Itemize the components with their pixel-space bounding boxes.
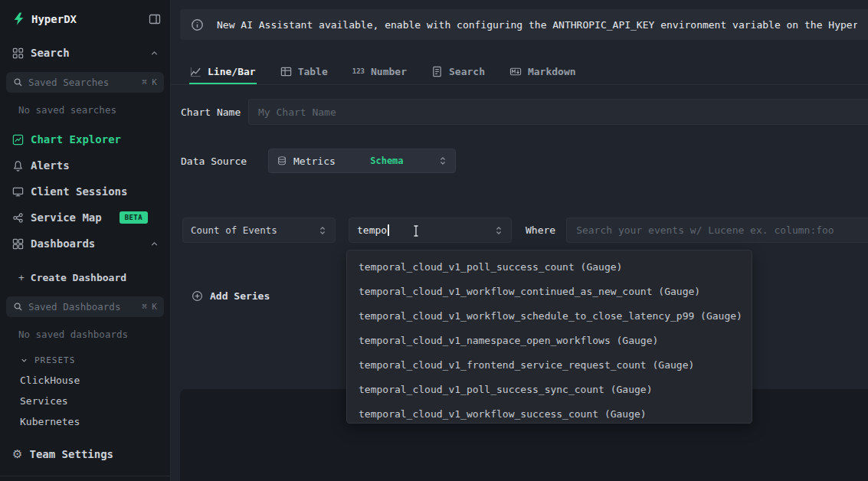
- sidebar: HyperDX Search ⌘ K No saved searches Cha…: [0, 0, 171, 481]
- preset-clickhouse[interactable]: ClickHouse: [20, 375, 170, 386]
- tab-table[interactable]: Table: [280, 60, 329, 84]
- tab-label: Search: [449, 66, 485, 77]
- tab-label: Number: [371, 66, 407, 77]
- saved-searches-box[interactable]: ⌘ K: [6, 72, 164, 93]
- collapse-sidebar-icon[interactable]: [149, 13, 161, 25]
- chevron-up-icon[interactable]: [149, 48, 159, 58]
- select-chevrons-icon: [318, 225, 327, 236]
- chart-name-label: Chart Name: [181, 106, 248, 118]
- sidebar-item-label: Chart Explorer: [31, 133, 121, 146]
- search-section-label: Search: [31, 47, 70, 59]
- sidebar-item-team-settings[interactable]: ⚙ Team Settings: [0, 447, 170, 461]
- database-icon: [277, 155, 287, 166]
- bell-icon: [12, 160, 24, 172]
- tab-line-bar[interactable]: Line/Bar: [189, 60, 257, 84]
- dropdown-option[interactable]: temporal_cloud_v1_workflow_schedule_to_c…: [347, 303, 752, 328]
- tab-label: Table: [298, 66, 328, 77]
- preset-services[interactable]: Services: [20, 395, 170, 407]
- ai-assistant-banner: New AI Assistant available, enable with …: [180, 9, 868, 40]
- text-caret: [388, 224, 389, 236]
- no-saved-searches-text: No saved searches: [18, 104, 170, 116]
- document-lines-icon: [431, 66, 443, 77]
- add-series-button[interactable]: Add Series: [192, 290, 270, 302]
- presets-toggle[interactable]: PRESETS: [20, 355, 170, 365]
- sidebar-item-client-sessions[interactable]: Client Sessions: [0, 178, 170, 205]
- tab-label: Markdown: [528, 66, 576, 77]
- presets-label: PRESETS: [34, 355, 75, 365]
- chart-icon: [12, 134, 24, 146]
- saved-dashboards-box[interactable]: ⌘ K: [6, 296, 164, 317]
- chevron-up-icon[interactable]: [149, 239, 159, 249]
- data-source-row: Data Source Metrics Schema: [181, 149, 456, 173]
- app-title: HyperDX: [31, 13, 77, 25]
- select-chevrons-icon: [438, 155, 447, 166]
- aggregation-select[interactable]: Count of Events: [182, 218, 336, 243]
- sidebar-header: HyperDX: [0, 0, 170, 25]
- banner-text: New AI Assistant available, enable with …: [217, 19, 857, 31]
- dropdown-option[interactable]: temporal_cloud_v1_frontend_service_reque…: [347, 352, 752, 377]
- dropdown-option[interactable]: temporal_cloud_v1_namespace_open_workflo…: [347, 328, 752, 352]
- team-settings-label: Team Settings: [29, 448, 113, 460]
- data-source-value: Metrics: [293, 155, 336, 167]
- chart-type-tabs: Line/Bar Table 123 Number Search Markdow…: [171, 60, 868, 85]
- add-series-label: Add Series: [210, 290, 270, 302]
- search-icon: [13, 302, 23, 312]
- line-chart-icon: [190, 66, 201, 77]
- aggregation-value: Count of Events: [191, 224, 277, 236]
- sidebar-item-chart-explorer[interactable]: Chart Explorer: [0, 126, 170, 152]
- plus-circle-icon: [192, 290, 203, 302]
- saved-dashboards-input[interactable]: [28, 301, 136, 312]
- dropdown-option[interactable]: temporal_cloud_v1_poll_success_count (Ga…: [347, 254, 752, 279]
- sidebar-item-service-map[interactable]: Service Map BETA: [0, 205, 170, 231]
- sidebar-item-search[interactable]: Search: [0, 47, 170, 59]
- info-icon: [191, 18, 204, 31]
- gear-icon: ⚙: [12, 447, 22, 461]
- series-row: Count of Events tempo Where: [171, 218, 868, 243]
- plus-icon: +: [18, 272, 25, 283]
- preset-kubernetes[interactable]: Kubernetes: [20, 416, 170, 427]
- table-icon: [280, 66, 292, 77]
- select-chevrons-icon: [494, 225, 503, 236]
- sidebar-item-label: Service Map: [31, 211, 102, 224]
- sidebar-item-dashboards[interactable]: Dashboards: [0, 231, 170, 257]
- dashboard-grid-icon: [12, 238, 24, 250]
- tab-markdown[interactable]: Markdown: [509, 60, 577, 84]
- metric-typed-text: tempo: [357, 224, 387, 236]
- number-123-icon: 123: [352, 67, 365, 75]
- create-dashboard-label: Create Dashboard: [31, 272, 126, 283]
- chevron-down-icon: [20, 356, 28, 365]
- where-label: Where: [526, 224, 555, 236]
- sidebar-bottom-divider: [0, 476, 170, 476]
- shortcut-badge: ⌘ K: [142, 77, 157, 87]
- search-icon: [13, 77, 23, 87]
- markdown-icon: [509, 66, 522, 77]
- chart-name-input[interactable]: [248, 99, 868, 125]
- beta-badge: BETA: [120, 211, 148, 224]
- chart-name-row: Chart Name: [181, 99, 868, 125]
- sidebar-item-label: Dashboards: [31, 237, 95, 250]
- metric-search-input[interactable]: tempo: [349, 218, 512, 243]
- sidebar-item-label: Client Sessions: [31, 185, 127, 198]
- dropdown-option[interactable]: temporal_cloud_v1_workflow_continued_as_…: [347, 279, 752, 303]
- saved-searches-input[interactable]: [28, 77, 136, 88]
- tab-label: Line/Bar: [208, 66, 256, 77]
- schema-link[interactable]: Schema: [370, 155, 403, 166]
- data-source-select[interactable]: Metrics Schema: [268, 149, 456, 173]
- no-saved-dashboards-text: No saved dashboards: [18, 329, 170, 340]
- tab-number[interactable]: 123 Number: [352, 60, 408, 84]
- hyperdx-logo[interactable]: HyperDX: [12, 12, 77, 25]
- sidebar-item-label: Alerts: [31, 159, 70, 172]
- grid-icon: [12, 47, 24, 59]
- service-map-icon: [12, 212, 24, 224]
- shortcut-badge: ⌘ K: [142, 302, 157, 312]
- data-source-label: Data Source: [181, 155, 268, 167]
- dropdown-option[interactable]: temporal_cloud_v1_poll_success_sync_coun…: [347, 377, 752, 401]
- sidebar-item-alerts[interactable]: Alerts: [0, 152, 170, 178]
- main-content: New AI Assistant available, enable with …: [171, 0, 868, 481]
- monitor-icon: [12, 186, 24, 198]
- create-dashboard-button[interactable]: + Create Dashboard: [18, 272, 170, 283]
- where-input[interactable]: [566, 218, 868, 243]
- dropdown-option[interactable]: temporal_cloud_v1_workflow_success_count…: [347, 401, 752, 424]
- tab-search[interactable]: Search: [431, 60, 486, 84]
- sidebar-nav: Chart Explorer Alerts Client Sessions Se…: [0, 126, 170, 257]
